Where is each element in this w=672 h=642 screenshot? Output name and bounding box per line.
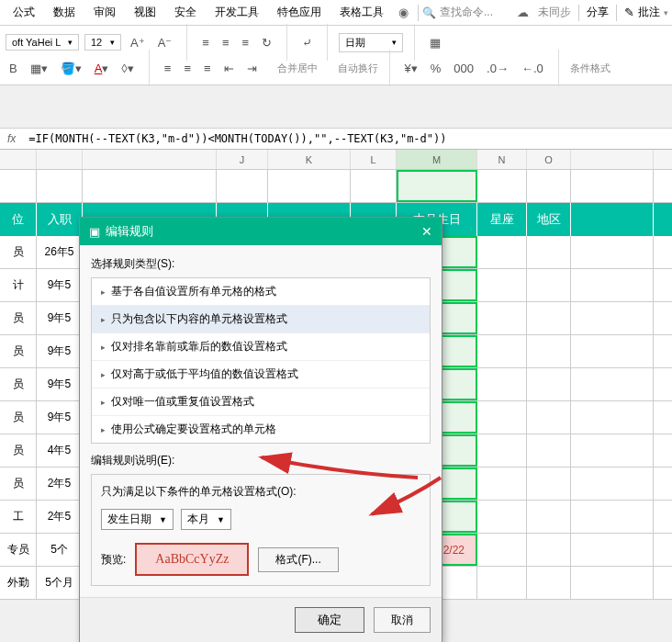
cell[interactable]: 9年5 [37,368,83,400]
cell[interactable] [477,534,527,566]
bold-icon[interactable]: B [6,60,21,77]
comma-icon[interactable]: 000 [450,60,477,77]
cell[interactable]: 员 [0,434,37,467]
rule-type-item[interactable]: ▸仅对排名靠前或靠后的数值设置格式 [92,333,430,361]
align-left-icon[interactable]: ≡ [161,60,175,77]
share-button[interactable]: 分享 [587,5,609,20]
align-mid-icon[interactable]: ≡ [218,34,233,51]
align-top-icon[interactable]: ≡ [198,34,213,51]
cell[interactable] [527,401,571,434]
comment-button[interactable]: 批注 [638,5,660,20]
currency-icon[interactable]: ¥▾ [401,60,421,77]
cell[interactable] [477,467,527,500]
fill-color-icon[interactable]: 🪣▾ [57,60,85,77]
cond-format-icon[interactable]: ▦ [426,34,444,51]
menu-view[interactable]: 视图 [125,1,165,24]
cell[interactable]: 5个月 [37,567,83,599]
number-format-combo[interactable]: 日期▾ [339,33,403,52]
command-search[interactable]: 🔍 查找命令... [422,5,493,20]
cell[interactable] [527,567,571,599]
align-bot-icon[interactable]: ≡ [239,34,253,51]
percent-icon[interactable]: % [427,60,445,77]
cell[interactable]: 5个 [37,534,83,566]
cell[interactable]: 9年5 [37,302,83,334]
format-button[interactable]: 格式(F)... [258,547,338,572]
col-header-n[interactable]: N [477,150,527,169]
col-header-m[interactable]: M [397,150,477,169]
cell[interactable] [527,434,571,467]
decrease-font-icon[interactable]: A⁻ [154,34,176,51]
col-header-j[interactable]: J [217,150,268,169]
cell[interactable]: 2年5 [37,467,83,500]
ok-button[interactable]: 确定 [295,607,364,633]
cell[interactable]: 员 [0,401,37,434]
align-center-icon[interactable]: ≡ [180,60,195,77]
cell[interactable] [477,269,527,301]
cell[interactable] [477,335,527,367]
cell[interactable] [477,434,527,467]
cell[interactable]: 工 [0,501,37,533]
cell[interactable] [477,368,527,400]
cell[interactable] [527,302,571,334]
cell[interactable]: 员 [0,335,37,367]
cell[interactable]: 2年5 [37,501,83,533]
cell[interactable]: 外勤 [0,567,37,599]
orientation-icon[interactable]: ↻ [258,34,275,51]
cell[interactable] [527,467,571,500]
font-size-combo[interactable]: 12▾ [84,34,121,51]
cell[interactable] [527,269,571,301]
increase-font-icon[interactable]: A⁺ [127,34,149,51]
highlight-icon[interactable]: ◊▾ [118,60,137,77]
cell[interactable] [477,567,527,599]
cell[interactable] [477,501,527,533]
cell[interactable] [477,302,527,334]
condition-value-dropdown[interactable]: 本月▼ [181,509,231,530]
cell[interactable] [571,302,654,334]
cell[interactable] [571,335,654,367]
dec-inc-icon[interactable]: .0→ [483,60,512,77]
font-color-icon[interactable]: A▾ [91,60,113,77]
wrap-text-icon[interactable]: ⤶ [298,34,316,51]
cell[interactable] [527,501,571,533]
menu-devtools[interactable]: 开发工具 [206,1,268,24]
menu-data[interactable]: 数据 [44,1,84,24]
col-header-o[interactable]: O [527,150,571,169]
rule-type-item[interactable]: ▸仅对唯一值或重复值设置格式 [92,389,430,416]
col-header-l[interactable]: L [351,150,397,169]
font-name-combo[interactable]: oft YaHei L▾ [6,34,79,51]
col-header[interactable] [37,150,83,169]
cloud-icon[interactable]: ☁ [511,4,534,21]
cell[interactable] [527,534,571,566]
settings-icon[interactable]: ◉ [393,4,414,21]
cell[interactable]: 员 [0,368,37,400]
cell[interactable]: 9年5 [37,335,83,367]
col-header-k[interactable]: K [268,150,351,169]
cell[interactable]: 员 [0,467,37,500]
fx-icon[interactable]: fx [0,132,23,145]
menu-table-tools[interactable]: 表格工具 [330,1,393,24]
rule-type-item[interactable]: ▸基于各自值设置所有单元格的格式 [92,278,430,306]
cancel-button[interactable]: 取消 [374,607,431,633]
dec-dec-icon[interactable]: ←.0 [518,60,547,77]
cell[interactable]: 专员 [0,534,37,566]
cell[interactable] [571,368,654,400]
col-header[interactable] [0,150,37,169]
indent-inc-icon[interactable]: ⇥ [243,60,261,77]
cell[interactable]: 9年5 [37,401,83,434]
cell[interactable]: 员 [0,302,37,334]
dialog-titlebar[interactable]: ▣ 编辑规则 ✕ [80,218,442,245]
cell[interactable] [571,467,654,500]
sync-status[interactable]: 未同步 [538,5,571,20]
condition-type-dropdown[interactable]: 发生日期▼ [101,509,174,530]
cell[interactable] [571,401,654,434]
border-icon[interactable]: ▦▾ [27,60,51,77]
wrap-label[interactable]: 自动换行 [338,62,378,75]
rule-type-item[interactable]: ▸使用公式确定要设置格式的单元格 [92,416,430,443]
cell[interactable]: 计 [0,269,37,301]
cell[interactable] [571,501,654,533]
cell[interactable] [527,335,571,367]
rule-type-item[interactable]: ▸仅对高于或低于平均值的数值设置格式 [92,361,430,389]
condfmt-label[interactable]: 条件格式 [570,62,610,75]
comment-icon[interactable]: ✎ [624,6,634,19]
col-header[interactable] [83,150,217,169]
